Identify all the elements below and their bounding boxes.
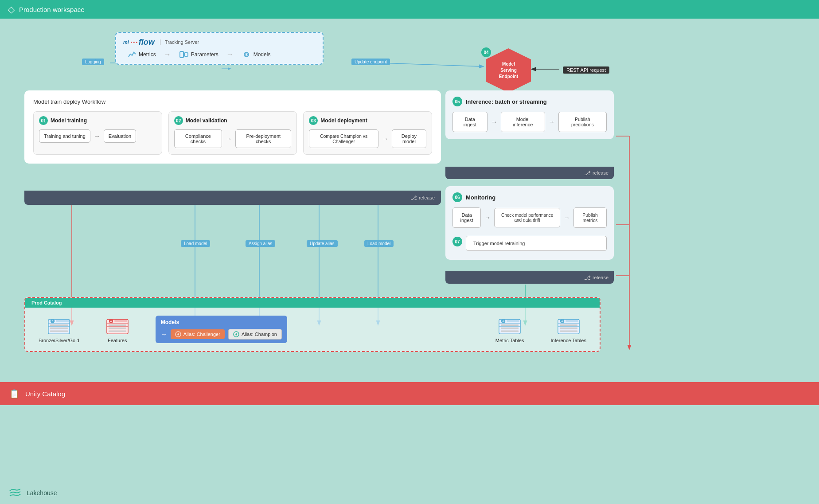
training-tuning-box: Training and tuning: [39, 129, 90, 143]
monitoring-box: 06 Monitoring Data ingest → Check model …: [445, 186, 614, 260]
svg-rect-33: [50, 328, 68, 329]
check-model-box: Check model performance and data drift: [494, 208, 560, 227]
monitoring-release-bar: ⎇ release: [445, 271, 614, 284]
inference-arrow-1: →: [491, 118, 497, 125]
step-num-02: 02: [174, 116, 183, 125]
unity-catalog-icon: 📋: [9, 388, 20, 399]
publish-predictions-box: Publish predictions: [558, 112, 607, 132]
svg-rect-41: [108, 324, 126, 326]
inference-title: Inference: batch or streaming: [466, 98, 547, 105]
monitoring-release-text: ⎇ release: [584, 274, 608, 281]
svg-rect-34: [50, 331, 68, 332]
prod-catalog-header: Prod Catalog: [25, 298, 600, 308]
alias-champion-badge: Alias: Champion: [228, 329, 282, 340]
inference-tables-item: Δ Inference Tables: [550, 316, 586, 343]
svg-text:Δ: Δ: [110, 320, 112, 323]
svg-line-1: [381, 63, 483, 66]
inference-tables-icon: Δ: [557, 316, 580, 335]
workflow-step-02: 02 Model validation Compliance checks → …: [168, 111, 297, 155]
workflow-steps: 01 Model training Training and tuning → …: [33, 111, 432, 155]
metric-tables-item: Δ Metric Tables: [495, 316, 524, 343]
workspace-title: Production workspace: [19, 6, 85, 13]
logging-badge: Logging: [82, 59, 104, 65]
step-num-03: 03: [309, 116, 318, 125]
monitoring-arrow-2: →: [564, 214, 570, 221]
step-num-01: 01: [39, 116, 48, 125]
publish-metrics-box: Publish metrics: [573, 207, 607, 228]
monitoring-arrow-1: →: [484, 214, 491, 221]
workflow-step-01: 01 Model training Training and tuning → …: [33, 111, 162, 155]
models-arrow: →: [161, 331, 167, 338]
update-endpoint-badge: Update endpoint: [351, 59, 390, 65]
bronze-silver-gold-icon: Δ: [47, 316, 70, 335]
step-title-02: Model validation: [186, 117, 227, 124]
inference-tables-label: Inference Tables: [550, 338, 586, 343]
arrow-01: →: [94, 133, 100, 140]
assign-alias-badge: Assign alias: [246, 240, 275, 247]
arrow-02: →: [226, 135, 232, 142]
model-serving-container: ModelServingEndpoint: [485, 47, 532, 94]
step-07-num: 07: [452, 237, 462, 246]
svg-rect-31: [56, 320, 69, 322]
mlflow-tracking-box: ml⋯flow Tracking Server Metrics → Parame…: [115, 32, 324, 65]
workflow-release-text: ⎇ release: [410, 195, 435, 201]
metric-tables-icon: Δ: [498, 316, 521, 335]
alias-challenger-badge: Alias: Challenger: [171, 329, 225, 339]
workflow-title: Model train deploy Workflow: [33, 98, 432, 105]
svg-rect-60: [566, 320, 578, 322]
models-item: Models: [242, 51, 271, 59]
parameters-item: Parameters: [179, 51, 218, 59]
svg-rect-23: [184, 53, 188, 56]
metric-tables-label: Metric Tables: [495, 338, 524, 343]
unity-catalog-bar: 📋 Unity Catalog: [0, 382, 819, 405]
svg-rect-61: [560, 324, 577, 326]
svg-rect-62: [560, 328, 577, 329]
deploy-box: Deploy model: [392, 129, 426, 148]
lakehouse-bar: Lakehouse: [0, 482, 819, 504]
rest-api-badge: REST API request: [563, 66, 609, 74]
features-label: Features: [108, 338, 127, 343]
svg-rect-51: [507, 320, 519, 322]
inference-box: 05 Inference: batch or streaming Data in…: [445, 90, 614, 139]
tracking-server-label: Tracking Server: [160, 39, 199, 45]
pre-deployment-box: Pre-deployment checks: [235, 129, 291, 148]
step-title-03: Model deployment: [320, 117, 367, 124]
prod-catalog: Prod Catalog Δ Bronze/Silver/Gold: [24, 297, 601, 352]
data-ingest-inference-box: Data ingest: [452, 112, 488, 132]
step-title-01: Model training: [51, 117, 87, 124]
svg-rect-40: [114, 320, 127, 322]
inference-arrow-2: →: [549, 118, 555, 125]
features-icon: Δ: [106, 316, 129, 335]
bronze-silver-gold-item: Δ Bronze/Silver/Gold: [39, 316, 79, 343]
inference-release-text: ⎇ release: [584, 170, 608, 176]
load-model-2-badge: Load model: [364, 240, 394, 247]
svg-rect-32: [50, 324, 68, 326]
svg-rect-52: [501, 324, 519, 326]
compliance-box: Compliance checks: [174, 129, 222, 148]
metrics-item: Metrics: [128, 51, 156, 59]
workspace-icon: ◇: [8, 4, 15, 15]
model-serving-text: ModelServingEndpoint: [499, 61, 518, 80]
data-ingest-monitoring-box: Data ingest: [452, 207, 481, 228]
load-model-1-badge: Load model: [181, 240, 210, 247]
arrow-03: →: [382, 135, 388, 142]
models-box: Models → Alias: Challenger Alias: Champi…: [156, 316, 287, 343]
svg-rect-53: [501, 328, 519, 329]
model-inference-box: Model inference: [501, 112, 545, 132]
main-canvas: ml⋯flow Tracking Server Metrics → Parame…: [0, 19, 819, 504]
svg-rect-43: [108, 331, 126, 332]
svg-rect-22: [180, 51, 183, 58]
models-title: Models: [161, 319, 282, 325]
bronze-silver-gold-label: Bronze/Silver/Gold: [39, 338, 79, 343]
monitoring-title: Monitoring: [466, 194, 495, 201]
workflow-step-03: 03 Model deployment Compare Champion vs …: [303, 111, 432, 155]
svg-rect-54: [501, 331, 519, 332]
svg-rect-63: [560, 331, 577, 332]
svg-text:Δ: Δ: [503, 320, 504, 323]
step-06-num: 06: [452, 192, 462, 202]
lakehouse-title: Lakehouse: [27, 489, 57, 496]
update-alias-badge: Update alias: [307, 240, 338, 247]
step-04-badge: 04: [481, 47, 491, 57]
features-item: Δ Features: [106, 316, 129, 343]
unity-catalog-title: Unity Catalog: [25, 390, 65, 398]
